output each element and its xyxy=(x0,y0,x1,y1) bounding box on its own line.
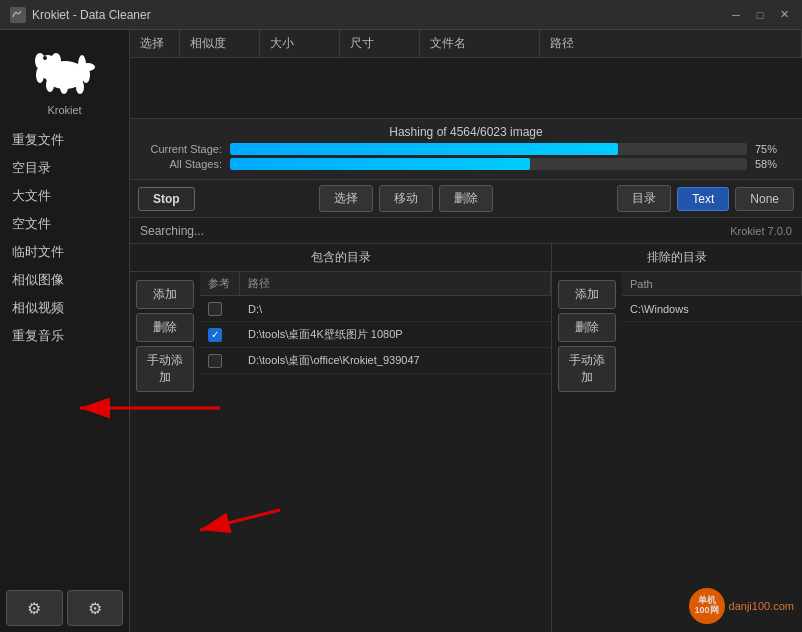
included-dirs-table: 参考 路径 D:\ ✓ D:\tools\桌面4K壁纸图片 1080P D:\t… xyxy=(200,272,551,632)
action-bar: Stop 选择 移动 删除 目录 Text None xyxy=(130,180,802,218)
sidebar-item-empty-dirs[interactable]: 空目录 xyxy=(0,154,129,182)
current-stage-row: Current Stage: 75% xyxy=(142,143,790,155)
excluded-manual-add-button[interactable]: 手动添加 xyxy=(558,346,616,392)
sidebar-bottom-controls: ⚙ ⚙ xyxy=(0,584,129,632)
status-searching: Searching... xyxy=(140,224,204,238)
checkbox-icon[interactable]: ✓ xyxy=(208,328,222,342)
status-version: Krokiet 7.0.0 xyxy=(730,225,792,237)
dir-row-checkbox[interactable] xyxy=(200,348,240,373)
excluded-col-path: Path xyxy=(622,272,802,295)
included-dir-row[interactable]: ✓ D:\tools\桌面4K壁纸图片 1080P xyxy=(200,322,551,348)
svg-point-4 xyxy=(51,53,61,69)
included-manual-add-button[interactable]: 手动添加 xyxy=(136,346,194,392)
current-stage-fill xyxy=(230,143,618,155)
excluded-add-button[interactable]: 添加 xyxy=(558,280,616,309)
settings2-button[interactable]: ⚙ xyxy=(67,590,124,626)
svg-point-12 xyxy=(78,55,86,75)
text-button[interactable]: Text xyxy=(677,187,729,211)
move-button[interactable]: 移动 xyxy=(379,185,433,212)
sidebar-item-big-files[interactable]: 大文件 xyxy=(0,182,129,210)
stop-button[interactable]: Stop xyxy=(138,187,195,211)
watermark: 单机100网 danji100.com xyxy=(689,588,794,624)
included-add-button[interactable]: 添加 xyxy=(136,280,194,309)
all-stages-row: All Stages: 58% xyxy=(142,158,790,170)
col-header-dimensions: 尺寸 xyxy=(340,30,420,57)
sidebar-item-empty-files[interactable]: 空文件 xyxy=(0,210,129,238)
dir-row-path: D:\ xyxy=(240,296,551,321)
delete-button[interactable]: 删除 xyxy=(439,185,493,212)
progress-area: Hashing of 4564/6023 image Current Stage… xyxy=(130,118,802,180)
current-stage-pct: 75% xyxy=(755,143,790,155)
dir-row-path: D:\tools\桌面4K壁纸图片 1080P xyxy=(240,322,551,347)
excluded-dirs-actions: 添加 删除 手动添加 xyxy=(552,272,622,632)
dir-button[interactable]: 目录 xyxy=(617,185,671,212)
close-button[interactable]: ✕ xyxy=(776,7,792,23)
excluded-dirs-panel: 排除的目录 添加 删除 手动添加 Path C:\Windows xyxy=(552,244,802,632)
settings-button[interactable]: ⚙ xyxy=(6,590,63,626)
current-stage-label: Current Stage: xyxy=(142,143,222,155)
excluded-dirs-table: Path C:\Windows xyxy=(622,272,802,632)
app-icon xyxy=(10,7,26,23)
all-stages-fill xyxy=(230,158,530,170)
checkbox-icon[interactable] xyxy=(208,302,222,316)
sidebar-item-similar-images[interactable]: 相似图像 xyxy=(0,266,129,294)
svg-point-9 xyxy=(76,80,84,94)
svg-point-6 xyxy=(36,67,44,83)
included-dirs-actions: 添加 删除 手动添加 xyxy=(130,272,200,632)
col-header-size: 大小 xyxy=(260,30,340,57)
dir-col-ref: 参考 xyxy=(200,272,240,295)
dir-row-checkbox[interactable] xyxy=(200,296,240,321)
bottom-panels: 包含的目录 添加 删除 手动添加 参考 路径 xyxy=(130,244,802,632)
excluded-dirs-table-header: Path xyxy=(622,272,802,296)
col-header-path: 路径 xyxy=(540,30,802,57)
included-delete-button[interactable]: 删除 xyxy=(136,313,194,342)
sidebar-logo-label: Krokiet xyxy=(47,104,81,116)
svg-point-7 xyxy=(46,78,54,92)
svg-point-3 xyxy=(35,53,45,69)
excluded-dirs-list: C:\Windows xyxy=(622,296,802,632)
current-stage-bar xyxy=(230,143,747,155)
watermark-circle: 单机100网 xyxy=(689,588,725,624)
dir-row-checkbox[interactable]: ✓ xyxy=(200,322,240,347)
status-bar: Searching... Krokiet 7.0.0 xyxy=(130,218,802,244)
minimize-button[interactable]: ─ xyxy=(728,7,744,23)
col-header-select: 选择 xyxy=(130,30,180,57)
excluded-dir-row[interactable]: C:\Windows xyxy=(622,296,802,322)
sidebar-item-duplicate-files[interactable]: 重复文件 xyxy=(0,126,129,154)
included-dir-row[interactable]: D:\ xyxy=(200,296,551,322)
svg-rect-0 xyxy=(10,7,24,21)
included-dirs-panel: 包含的目录 添加 删除 手动添加 参考 路径 xyxy=(130,244,552,632)
dir-col-path: 路径 xyxy=(240,272,551,295)
excluded-delete-button[interactable]: 删除 xyxy=(558,313,616,342)
table-header: 选择 相似度 大小 尺寸 文件名 路径 xyxy=(130,30,802,58)
dir-row-path: D:\tools\桌面\office\Krokiet_939047 xyxy=(240,348,551,373)
content-area: 选择 相似度 大小 尺寸 文件名 路径 Hashing of 4564/6023… xyxy=(130,30,802,632)
sidebar-item-duplicate-music[interactable]: 重复音乐 xyxy=(0,322,129,350)
all-stages-bar xyxy=(230,158,747,170)
main-container: Krokiet 重复文件 空目录 大文件 空文件 临时文件 相似图像 相似视频 … xyxy=(0,30,802,632)
included-dirs-list: D:\ ✓ D:\tools\桌面4K壁纸图片 1080P D:\tools\桌… xyxy=(200,296,551,632)
titlebar: Krokiet - Data Cleaner ─ □ ✕ xyxy=(0,0,802,30)
sidebar-logo xyxy=(25,40,105,100)
col-header-filename: 文件名 xyxy=(420,30,540,57)
svg-point-8 xyxy=(60,80,68,94)
table-body xyxy=(130,58,802,118)
watermark-url: danji100.com xyxy=(729,600,794,612)
all-stages-pct: 58% xyxy=(755,158,790,170)
all-stages-label: All Stages: xyxy=(142,158,222,170)
included-dir-row[interactable]: D:\tools\桌面\office\Krokiet_939047 xyxy=(200,348,551,374)
sidebar-item-temp-files[interactable]: 临时文件 xyxy=(0,238,129,266)
excluded-dir-path: C:\Windows xyxy=(622,296,802,321)
window-controls: ─ □ ✕ xyxy=(728,7,792,23)
maximize-button[interactable]: □ xyxy=(752,7,768,23)
select-button[interactable]: 选择 xyxy=(319,185,373,212)
included-dirs-title: 包含的目录 xyxy=(130,244,551,272)
sidebar-item-similar-videos[interactable]: 相似视频 xyxy=(0,294,129,322)
svg-point-5 xyxy=(43,56,47,60)
sidebar-menu: 重复文件 空目录 大文件 空文件 临时文件 相似图像 相似视频 重复音乐 xyxy=(0,126,129,350)
progress-title: Hashing of 4564/6023 image xyxy=(142,125,790,139)
none-button[interactable]: None xyxy=(735,187,794,211)
app-title: Krokiet - Data Cleaner xyxy=(32,8,728,22)
checkbox-icon[interactable] xyxy=(208,354,222,368)
excluded-dirs-body: 添加 删除 手动添加 Path C:\Windows xyxy=(552,272,802,632)
